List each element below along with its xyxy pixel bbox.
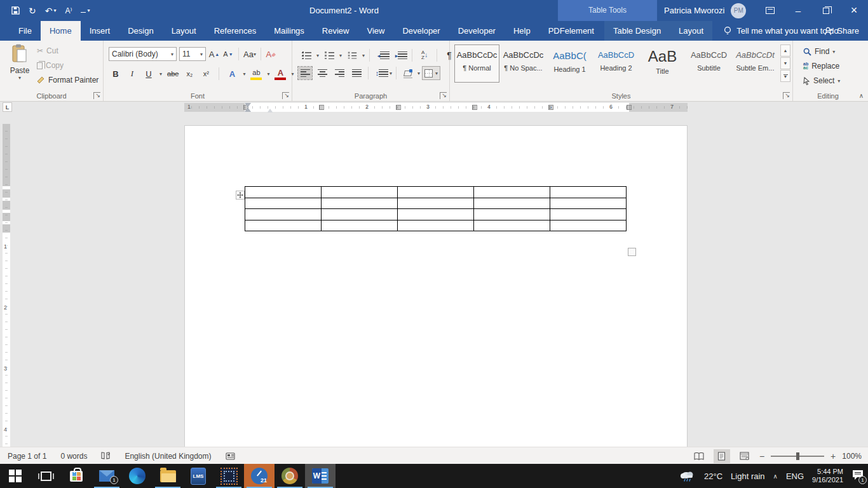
- word-button[interactable]: W: [305, 464, 336, 488]
- table-cell[interactable]: [474, 209, 550, 220]
- find-button[interactable]: Find▾: [803, 45, 840, 58]
- collapse-ribbon-button[interactable]: ∧: [859, 92, 864, 99]
- paragraph-dialog-launcher[interactable]: ↘: [440, 92, 447, 99]
- underline-button[interactable]: U: [143, 67, 154, 80]
- justify-button[interactable]: [349, 66, 364, 80]
- shading-dropdown[interactable]: ▾: [417, 71, 420, 76]
- action-center-button[interactable]: 1: [851, 470, 864, 482]
- table-cell[interactable]: [398, 187, 474, 198]
- table-cell[interactable]: [550, 220, 627, 231]
- increase-indent-button[interactable]: ▶: [392, 48, 407, 62]
- style-heading-1[interactable]: AaBbC(Heading 1: [547, 44, 592, 83]
- paste-button[interactable]: Paste ▾: [5, 44, 34, 95]
- table-cell[interactable]: [474, 198, 550, 209]
- table-cell[interactable]: [398, 220, 474, 231]
- tab-references[interactable]: References: [205, 21, 265, 41]
- tab-home[interactable]: Home: [41, 21, 81, 41]
- tab-review[interactable]: Review: [313, 21, 358, 41]
- decrease-indent-button[interactable]: ◀: [374, 48, 390, 62]
- clear-formatting-button[interactable]: A: [266, 48, 277, 60]
- weather-icon[interactable]: [679, 470, 696, 482]
- save-button[interactable]: [11, 6, 20, 15]
- table-column-marker[interactable]: [396, 105, 401, 110]
- zoom-out-button[interactable]: −: [759, 451, 764, 461]
- borders-dropdown[interactable]: ▾: [435, 71, 438, 76]
- start-button[interactable]: [0, 464, 31, 488]
- lms-app-button[interactable]: LMS: [183, 464, 214, 488]
- change-case-button[interactable]: Aa▾: [243, 48, 256, 60]
- tell-me-box[interactable]: Tell me what you want to do: [724, 21, 838, 41]
- clipboard-dialog-launcher[interactable]: ↘: [93, 92, 100, 99]
- tab-file[interactable]: File: [0, 21, 41, 41]
- style-title[interactable]: AaBTitle: [640, 44, 685, 83]
- numbering-button[interactable]: [322, 48, 337, 62]
- borders-button[interactable]: ▾: [422, 66, 440, 80]
- styles-dialog-launcher[interactable]: ↘: [783, 92, 790, 99]
- table-column-marker[interactable]: [319, 105, 324, 110]
- text-highlight-dropdown[interactable]: ▾: [267, 71, 269, 77]
- minimize-button[interactable]: –: [784, 0, 812, 21]
- proofing-icon[interactable]: [101, 452, 111, 460]
- numbering-dropdown[interactable]: ▾: [339, 53, 342, 58]
- avatar[interactable]: PM: [731, 3, 746, 18]
- table-cell[interactable]: [245, 187, 322, 198]
- close-button[interactable]: ×: [840, 0, 868, 21]
- restore-button[interactable]: [812, 0, 840, 21]
- table-cell[interactable]: [398, 209, 474, 220]
- replace-button[interactable]: abac Replace: [803, 60, 840, 72]
- user-name[interactable]: Patricia Mworozi: [664, 6, 724, 15]
- document-page[interactable]: [184, 125, 688, 447]
- mail-button[interactable]: 1: [92, 464, 122, 488]
- table-cell[interactable]: [550, 187, 627, 198]
- text-highlight-button[interactable]: ab: [250, 67, 262, 80]
- file-explorer-button[interactable]: [153, 464, 183, 488]
- first-line-indent-marker[interactable]: [245, 103, 251, 107]
- edge-button[interactable]: [122, 464, 153, 488]
- language-indicator[interactable]: English (United Kingdom): [125, 452, 211, 461]
- shrink-font-button[interactable]: A▼: [222, 48, 234, 60]
- text-effects-dropdown[interactable]: ▾: [243, 71, 245, 77]
- bullets-dropdown[interactable]: ▾: [316, 53, 319, 58]
- tab-table-layout[interactable]: Layout: [670, 21, 712, 41]
- styles-gallery-more-button[interactable]: ▼: [780, 70, 790, 82]
- table-resize-handle[interactable]: [628, 248, 636, 256]
- style-no-spacing[interactable]: AaBbCcDc¶ No Spac...: [501, 44, 546, 83]
- clock-app-button[interactable]: 21: [244, 464, 275, 488]
- style-normal[interactable]: AaBbCcDc¶ Normal: [454, 44, 499, 83]
- read-mode-button[interactable]: [691, 449, 707, 463]
- underline-dropdown[interactable]: ▾: [159, 71, 162, 77]
- shading-button[interactable]: [400, 66, 416, 80]
- align-right-button[interactable]: [332, 66, 347, 80]
- ribbon-display-options-button[interactable]: [756, 0, 784, 21]
- task-view-button[interactable]: [31, 464, 61, 488]
- line-spacing-dropdown[interactable]: ▾: [390, 71, 392, 76]
- remote-grid-app-button[interactable]: [214, 464, 244, 488]
- zoom-in-button[interactable]: +: [831, 451, 836, 461]
- align-left-button[interactable]: [297, 66, 313, 80]
- input-language[interactable]: ENG: [786, 471, 804, 481]
- table-column-marker[interactable]: [472, 105, 477, 110]
- tab-developer-2[interactable]: Developer: [449, 21, 505, 41]
- table-cell[interactable]: [550, 209, 627, 220]
- grow-font-button[interactable]: A▲: [208, 48, 220, 60]
- italic-button[interactable]: I: [126, 67, 138, 80]
- bullets-button[interactable]: [299, 48, 314, 62]
- format-painter-button[interactable]: Format Painter: [37, 75, 98, 85]
- superscript-button[interactable]: x²: [200, 67, 212, 80]
- page-indicator[interactable]: Page 1 of 1: [8, 452, 46, 461]
- read-aloud-button[interactable]: A⁾: [65, 6, 72, 15]
- document-table[interactable]: [245, 186, 627, 231]
- tab-insert[interactable]: Insert: [81, 21, 119, 41]
- style-subtle-emphasis[interactable]: AaBbCcDtSubtle Em...: [733, 44, 778, 83]
- tab-design[interactable]: Design: [119, 21, 162, 41]
- customize-qat-button[interactable]: ▾: [81, 8, 90, 13]
- zoom-slider-thumb[interactable]: [796, 452, 799, 460]
- bold-button[interactable]: B: [110, 67, 121, 80]
- word-count[interactable]: 0 words: [60, 452, 87, 461]
- sort-button[interactable]: AZ↓: [417, 48, 432, 62]
- font-dialog-launcher[interactable]: ↘: [282, 92, 289, 99]
- font-family-combobox[interactable]: Calibri (Body)▾: [109, 47, 177, 61]
- table-cell[interactable]: [322, 198, 398, 209]
- tab-table-design[interactable]: Table Design: [604, 21, 670, 41]
- table-cell[interactable]: [474, 187, 550, 198]
